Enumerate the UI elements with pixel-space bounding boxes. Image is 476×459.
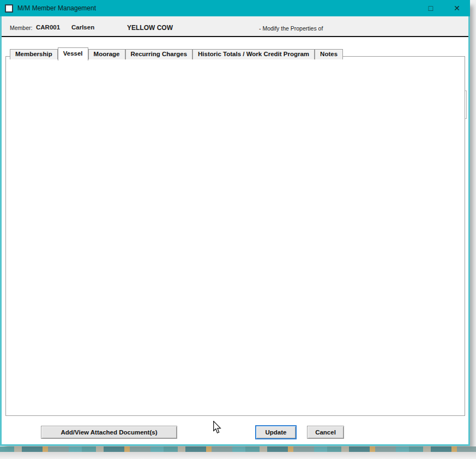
close-button[interactable]: ✕ bbox=[445, 0, 469, 16]
titlebar: M/M Member Management bbox=[0, 0, 470, 16]
add-view-documents-button[interactable]: Add/View Attached Document(s) bbox=[41, 426, 177, 439]
window-shadow bbox=[0, 452, 476, 459]
tab-historic-totals[interactable]: Historic Totals / Work Credit Program bbox=[192, 49, 315, 59]
header-divider bbox=[2, 36, 468, 37]
tab-strip: Membership Vessel Moorage Recurring Char… bbox=[10, 46, 343, 59]
mode-text: - Modify the Properties of bbox=[259, 25, 323, 32]
member-id: CAR001 bbox=[36, 24, 60, 31]
boat-name-header: YELLOW COW bbox=[127, 24, 173, 32]
mouse-cursor bbox=[213, 421, 221, 434]
tab-membership[interactable]: Membership bbox=[10, 49, 58, 59]
maximize-button[interactable]: □ bbox=[419, 0, 443, 16]
window-title: M/M Member Management bbox=[17, 4, 96, 12]
cancel-button[interactable]: Cancel bbox=[307, 426, 344, 439]
update-button[interactable]: Update bbox=[255, 425, 297, 439]
tab-vessel[interactable]: Vessel bbox=[58, 47, 88, 61]
vessel-tab-page bbox=[5, 56, 465, 416]
screen: M/M Member Management □ ✕ Member: CAR001… bbox=[0, 0, 476, 459]
window-icon bbox=[5, 4, 13, 13]
member-label: Member: bbox=[10, 25, 32, 31]
tab-recurring-charges[interactable]: Recurring Charges bbox=[125, 49, 193, 59]
desktop-background bbox=[0, 446, 476, 452]
tab-moorage[interactable]: Moorage bbox=[88, 49, 125, 59]
member-surname: Carlsen bbox=[71, 24, 94, 31]
tab-notes[interactable]: Notes bbox=[315, 49, 343, 59]
